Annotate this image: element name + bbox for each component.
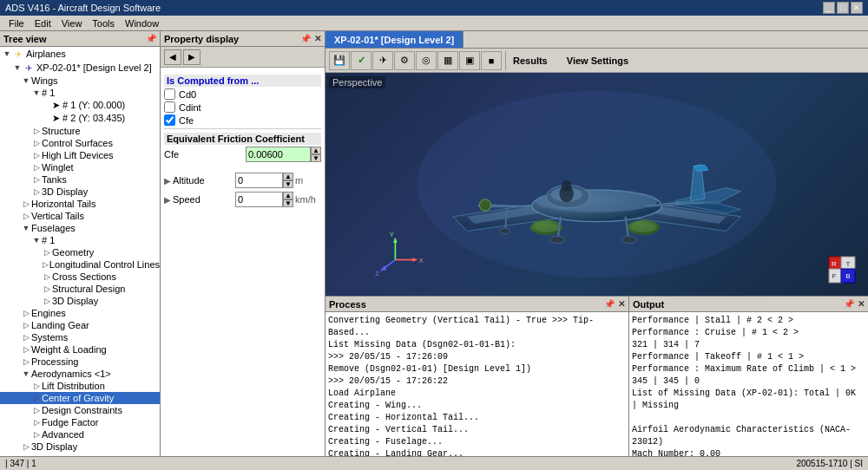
grid-toolbar-button[interactable]: ▦ xyxy=(437,51,458,70)
tree-node-verttails[interactable]: ▷ Vertical Tails xyxy=(0,210,160,222)
results-label: Results xyxy=(513,55,548,66)
box-toolbar-button[interactable]: ▣ xyxy=(459,51,480,70)
tree-node-advanced[interactable]: ▷ Advanced xyxy=(0,428,160,441)
check-toolbar-button[interactable]: ✓ xyxy=(351,51,372,70)
cfe-spin-up[interactable]: ▲ xyxy=(311,147,321,154)
altitude-spin-up[interactable]: ▲ xyxy=(283,173,293,180)
minimize-button[interactable]: _ xyxy=(823,2,835,14)
property-header-label: Property display xyxy=(164,34,239,44)
tree-node-3ddisplay2[interactable]: ▷ 3D Display xyxy=(0,295,160,307)
tree-node-crosssections[interactable]: ▷ Cross Sections xyxy=(0,271,160,283)
tree-node-highlift[interactable]: ▷ High Lift Devices xyxy=(0,149,160,161)
speed-spin-down[interactable]: ▼ xyxy=(283,199,293,207)
menu-tools[interactable]: Tools xyxy=(87,17,120,29)
speed-spin-up[interactable]: ▲ xyxy=(283,192,293,199)
plane-toolbar-button[interactable]: ✈ xyxy=(372,51,393,70)
cd0-checkbox[interactable] xyxy=(164,88,175,100)
speed-section-header[interactable]: ▶ Speed ▲ ▼ km/h xyxy=(164,190,321,209)
tree-node-controlsurfaces[interactable]: ▷ Control Surfaces xyxy=(0,137,160,149)
fill-toolbar-button[interactable]: ■ xyxy=(481,51,502,70)
status-left: | 347 | 1 xyxy=(5,459,36,468)
property-pin-button[interactable]: 📌 xyxy=(300,34,311,43)
tree-node-geometry[interactable]: ▷ Geometry xyxy=(0,246,160,258)
tree-node-landinggear[interactable]: ▷ Landing Gear xyxy=(0,319,160,331)
cfe-spin-down[interactable]: ▼ xyxy=(311,154,321,162)
process-content[interactable]: Converting Geometry (Vertical Tail) - Tr… xyxy=(326,312,628,456)
menu-edit[interactable]: Edit xyxy=(30,17,56,29)
tree-node-3ddisplay3[interactable]: ▷ 3D Display xyxy=(0,441,160,453)
altitude-section-header[interactable]: ▶ Altitude ▲ ▼ m xyxy=(164,171,321,190)
axis-cube-svg: R T F B xyxy=(825,252,859,287)
property-panel: Property display 📌 ✕ ◀ ▶ Is Computed fro… xyxy=(161,31,326,456)
view-tabs: XP-02-01* [Design Level 2] xyxy=(326,31,868,49)
altitude-spin-down[interactable]: ▼ xyxy=(283,180,293,188)
tree-node-pt1[interactable]: ▷ ➤ # 1 (Y: 00.000) xyxy=(0,99,160,112)
prop-forward-button[interactable]: ▶ xyxy=(183,49,201,65)
tree-node-wings[interactable]: ▼ Wings xyxy=(0,75,160,87)
circle-toolbar-button[interactable]: ◎ xyxy=(416,51,437,70)
tree-node-weightloading[interactable]: ▷ Weight & Loading xyxy=(0,343,160,356)
tree-node-airplanes[interactable]: ▼ ✈ Airplanes xyxy=(0,47,160,61)
tree-node-designconst[interactable]: ▷ Design Constraints xyxy=(0,404,160,416)
process-pin-button[interactable]: 📌 xyxy=(604,299,615,309)
bottom-area: Process 📌 ✕ Converting Geometry (Vertica… xyxy=(326,296,868,456)
svg-text:Y: Y xyxy=(390,231,394,238)
save-toolbar-button[interactable]: 💾 xyxy=(329,51,350,70)
tree-node-longcl[interactable]: ▷ Longitudinal Control Lines xyxy=(0,258,160,271)
property-close-button[interactable]: ✕ xyxy=(314,34,321,43)
tree-node-fuselages[interactable]: ▼ Fuselages xyxy=(0,222,160,234)
svg-marker-29 xyxy=(393,238,398,243)
svg-point-16 xyxy=(630,222,656,232)
output-content[interactable]: Performance | Stall | # 2 < 2 > Performa… xyxy=(629,312,868,456)
tree-node-xp0201[interactable]: ▼ ✈ XP-02-01* [Design Level 2] xyxy=(0,61,160,75)
output-panel: Output 📌 ✕ Performance | Stall | # 2 < 2… xyxy=(629,297,868,456)
svg-marker-26 xyxy=(412,258,417,262)
tree-content[interactable]: ▼ ✈ Airplanes ▼ ✈ XP-02-01* [Design Leve… xyxy=(0,47,160,456)
prop-back-button[interactable]: ◀ xyxy=(164,49,181,65)
tree-node-tanks[interactable]: ▷ Tanks xyxy=(0,173,160,186)
cfe-input[interactable] xyxy=(246,147,311,162)
tree-pin-button[interactable]: 📌 xyxy=(146,34,156,43)
tree-node-fudge[interactable]: ▷ Fudge Factor xyxy=(0,416,160,428)
toolbar-group-1: 💾 ✓ ✈ ⚙ ◎ ▦ ▣ ■ xyxy=(329,51,506,70)
process-close-button[interactable]: ✕ xyxy=(618,299,625,309)
equiv-friction-title: Equivalent Friction Coefficient xyxy=(164,133,321,145)
tree-node-structdesign[interactable]: ▷ Structural Design xyxy=(0,283,160,295)
menu-window[interactable]: Window xyxy=(120,17,164,29)
tree-node-pt2[interactable]: ▷ ➤ # 2 (Y: 03.435) xyxy=(0,112,160,125)
3d-viewport[interactable]: Perspective xyxy=(326,73,868,296)
output-close-button[interactable]: ✕ xyxy=(858,299,865,309)
svg-text:R: R xyxy=(832,260,837,268)
folder-icon: ✈ xyxy=(12,48,24,60)
tree-node-structure[interactable]: ▷ Structure xyxy=(0,125,160,137)
speed-input[interactable] xyxy=(235,192,283,207)
menu-file[interactable]: File xyxy=(3,17,30,29)
process-log-text: Converting Geometry (Vertical Tail) - Tr… xyxy=(328,315,626,456)
menu-view[interactable]: View xyxy=(56,17,88,29)
close-button[interactable]: ✕ xyxy=(851,2,863,14)
tree-node-3ddisplay[interactable]: ▷ 3D Display xyxy=(0,186,160,198)
cfe-checkbox[interactable] xyxy=(164,114,175,126)
output-pin-button[interactable]: 📌 xyxy=(844,299,854,309)
tree-node-fus1[interactable]: ▼ # 1 xyxy=(0,234,160,246)
gear-toolbar-button[interactable]: ⚙ xyxy=(394,51,415,70)
altitude-input[interactable] xyxy=(235,173,283,188)
tree-node-1[interactable]: ▼ # 1 xyxy=(0,87,160,99)
view-tab-main[interactable]: XP-02-01* [Design Level 2] xyxy=(326,31,464,48)
tree-header-label: Tree view xyxy=(3,34,47,44)
property-toolbar: ◀ ▶ xyxy=(161,47,325,68)
status-right: 200515-1710 | SI xyxy=(796,459,863,468)
tree-node-engines[interactable]: ▷ Engines xyxy=(0,307,160,319)
cdint-checkbox[interactable] xyxy=(164,101,175,113)
tree-node-systems[interactable]: ▷ Systems xyxy=(0,331,160,343)
tree-node-winglet[interactable]: ▷ Winglet xyxy=(0,161,160,173)
tree-node-processing[interactable]: ▷ Processing xyxy=(0,356,160,368)
tree-node-cog[interactable]: ▷ Center of Gravity xyxy=(0,392,160,404)
tree-node-aero[interactable]: ▼ Aerodynamics <1> xyxy=(0,368,160,380)
tree-node-horiztails[interactable]: ▷ Horizontal Tails xyxy=(0,198,160,210)
svg-text:B: B xyxy=(845,272,850,280)
svg-point-17 xyxy=(479,199,490,211)
speed-spinners: ▲ ▼ xyxy=(283,192,293,207)
maximize-button[interactable]: □ xyxy=(837,2,849,14)
tree-node-liftdist[interactable]: ▷ Lift Distribution xyxy=(0,380,160,392)
